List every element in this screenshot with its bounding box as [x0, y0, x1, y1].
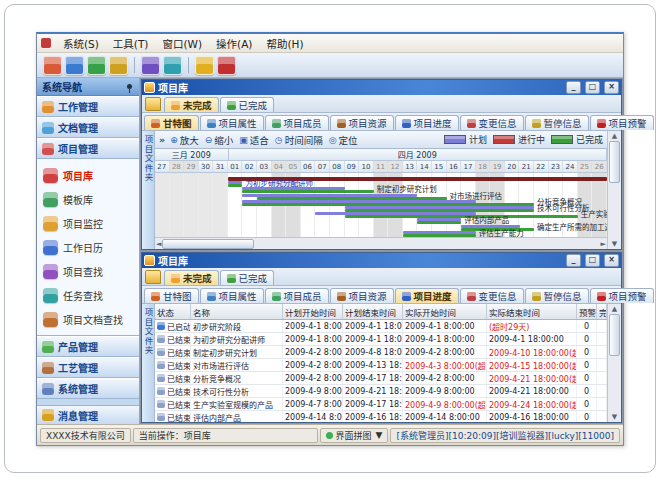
zoom-out-button[interactable]: ⊖缩小	[205, 133, 234, 147]
sidebar-item[interactable]: 项目监控	[37, 211, 139, 235]
message-icon[interactable]	[163, 56, 182, 75]
view-tab[interactable]: 项目资源	[330, 115, 394, 130]
vertical-scrollbar[interactable]: ▲ ▼	[607, 131, 621, 249]
scroll-up-icon[interactable]: ▲	[612, 305, 617, 313]
minimize-button[interactable]: _	[566, 254, 581, 267]
scroll-right-icon[interactable]: ►	[601, 240, 606, 248]
table-row[interactable]: 已结束为初步研究分配讲师2009-4-1 8:00:002009-4-1 18:…	[155, 333, 607, 346]
menu-item[interactable]: 系统(S)	[56, 35, 106, 52]
folder-dropdown-icon[interactable]	[145, 270, 161, 284]
column-header[interactable]: 计划开始时间	[283, 304, 343, 319]
table-row[interactable]: 已结束技术可行性分析2009-4-9 8:00:002009-4-21 18:0…	[155, 385, 607, 398]
table-row[interactable]: 已结束评估内部产品2009-4-14 8:00:002009-4-16 18:0…	[155, 411, 607, 422]
refresh-icon[interactable]	[87, 56, 106, 75]
sidebar-item[interactable]: 项目查找	[37, 259, 139, 283]
table-row[interactable]: 已结束制定初步研究计划2009-4-2 8:00:002009-4-8 18:0…	[155, 346, 607, 359]
view-tab[interactable]: 项目属性	[200, 115, 264, 130]
sidebar-group[interactable]: 项目管理	[37, 138, 139, 159]
menu-item[interactable]: 窗口(W)	[155, 35, 209, 52]
column-header[interactable]: 计划结束时间	[343, 304, 403, 319]
scroll-left-icon[interactable]: ◄	[156, 240, 161, 248]
zoom-in-button[interactable]: ⊕放大	[170, 133, 199, 147]
locate-button[interactable]: ◎定位	[329, 133, 358, 147]
overflow-chevron-icon[interactable]: »	[159, 134, 165, 145]
save-icon[interactable]	[65, 56, 84, 75]
sidebar-item[interactable]: 项目文档查找	[37, 307, 139, 331]
sidebar-group[interactable]: 工作管理	[37, 96, 139, 117]
minimize-button[interactable]: _	[566, 81, 581, 94]
folder-tab[interactable]: 已完成	[220, 270, 275, 285]
side-tab-project-folders[interactable]: 项目文件夹	[142, 304, 155, 422]
sidebar-group[interactable]: 文档管理	[37, 117, 139, 138]
view-tab[interactable]: 项目成员	[265, 288, 329, 303]
scrollbar-thumb[interactable]	[609, 314, 620, 356]
day-cell: 19	[490, 161, 505, 172]
menu-item[interactable]: 操作(A)	[209, 35, 259, 52]
view-tab[interactable]: 变更信息	[460, 288, 524, 303]
view-tab[interactable]: 变更信息	[460, 115, 524, 130]
view-tab[interactable]: 项目资源	[330, 288, 394, 303]
sidebar-item[interactable]: 工作日历	[37, 235, 139, 259]
folder-tab[interactable]: 已完成	[220, 97, 275, 112]
column-header[interactable]: 状态	[155, 304, 191, 319]
table-window-titlebar[interactable]: 项目库 _ □ ×	[142, 253, 621, 268]
maximize-button[interactable]: □	[585, 81, 600, 94]
close-button[interactable]: ×	[604, 254, 619, 267]
table-row[interactable]: 已结束生产实验室规模的产品2009-4-7 8:00:002009-4-17 1…	[155, 398, 607, 411]
gantt-actual-bar[interactable]	[403, 234, 476, 237]
view-tab[interactable]: 项目预警	[590, 288, 654, 303]
sidebar-group[interactable]: 系统管理	[37, 378, 139, 399]
view-tab[interactable]: 项目进度	[395, 115, 459, 130]
scroll-down-icon[interactable]: ▼	[612, 240, 617, 248]
view-tab[interactable]: 项目预警	[590, 115, 654, 130]
vertical-scrollbar[interactable]: ▲ ▼	[607, 304, 621, 422]
fit-button[interactable]: ▣适合	[239, 133, 269, 147]
column-header[interactable]: 实际结束时间	[487, 304, 577, 319]
column-header[interactable]: 名称	[191, 304, 283, 319]
view-tab[interactable]: 项目成员	[265, 115, 329, 130]
sidebar-group[interactable]: 工艺管理	[37, 357, 139, 378]
view-tab[interactable]: 甘特图	[144, 115, 199, 130]
horizontal-scrollbar[interactable]: ◄ ►	[155, 237, 607, 249]
sidebar-item[interactable]: 模板库	[37, 187, 139, 211]
menu-item[interactable]: 工具(T)	[106, 35, 156, 52]
side-tab-project-folders[interactable]: 项目文件夹	[142, 131, 155, 249]
scrollbar-thumb[interactable]	[609, 141, 620, 183]
column-header[interactable]: 预警	[577, 304, 597, 319]
lock-icon[interactable]	[195, 56, 214, 75]
dropdown-arrow-icon[interactable]: ▼	[376, 430, 383, 440]
view-tab[interactable]: 甘特图	[144, 288, 199, 303]
table-row[interactable]: 已启动初步研究阶段2009-4-1 8:00:002009-4-1 18:00:…	[155, 320, 607, 333]
pushpin-icon[interactable]	[127, 84, 132, 89]
view-tab[interactable]: 项目属性	[200, 288, 264, 303]
cell-actual-start: 2009-4-1 8:00:00	[403, 320, 487, 332]
scroll-down-icon[interactable]: ▼	[612, 413, 617, 421]
sidebar-item[interactable]: 任务查找	[37, 283, 139, 307]
sidebar-tab-messages[interactable]: 消息管理	[37, 405, 139, 424]
sidebar-group[interactable]: 产品管理	[37, 336, 139, 357]
folder-tab[interactable]: 未完成	[164, 270, 219, 285]
scroll-up-icon[interactable]: ▲	[612, 132, 617, 140]
gantt-window-titlebar[interactable]: 项目库 _ □ ×	[142, 80, 621, 95]
time-interval-button[interactable]: ◷时间间隔	[275, 133, 323, 147]
view-tab[interactable]: 暂停信息	[525, 288, 589, 303]
maximize-button[interactable]: □	[585, 254, 600, 267]
style-icon[interactable]	[109, 56, 128, 75]
ui-style-selector[interactable]: 界面拼图 ▼	[320, 428, 389, 443]
table-row[interactable]: 已结束对市场进行评估2009-4-2 8:00:002009-4-13 18:0…	[155, 359, 607, 372]
column-header[interactable]: 实际开始时间	[403, 304, 487, 319]
view-tab[interactable]: 项目进度	[395, 288, 459, 303]
home-icon[interactable]	[43, 56, 62, 75]
exit-icon[interactable]	[217, 56, 236, 75]
menu-item[interactable]: 帮助(H)	[259, 35, 310, 52]
folder-dropdown-icon[interactable]	[145, 97, 161, 111]
cell-status: 已结束	[155, 398, 191, 410]
folder-tab[interactable]: 未完成	[164, 97, 219, 112]
scrollbar-thumb[interactable]	[162, 239, 254, 249]
calculator-icon[interactable]	[141, 56, 160, 75]
column-header[interactable]: 完	[597, 304, 607, 319]
view-tab[interactable]: 暂停信息	[525, 115, 589, 130]
close-button[interactable]: ×	[604, 81, 619, 94]
sidebar-item[interactable]: 项目库	[37, 163, 139, 187]
table-row[interactable]: 已结束分析竞争概况2009-4-2 8:00:002009-4-17 18:00…	[155, 372, 607, 385]
